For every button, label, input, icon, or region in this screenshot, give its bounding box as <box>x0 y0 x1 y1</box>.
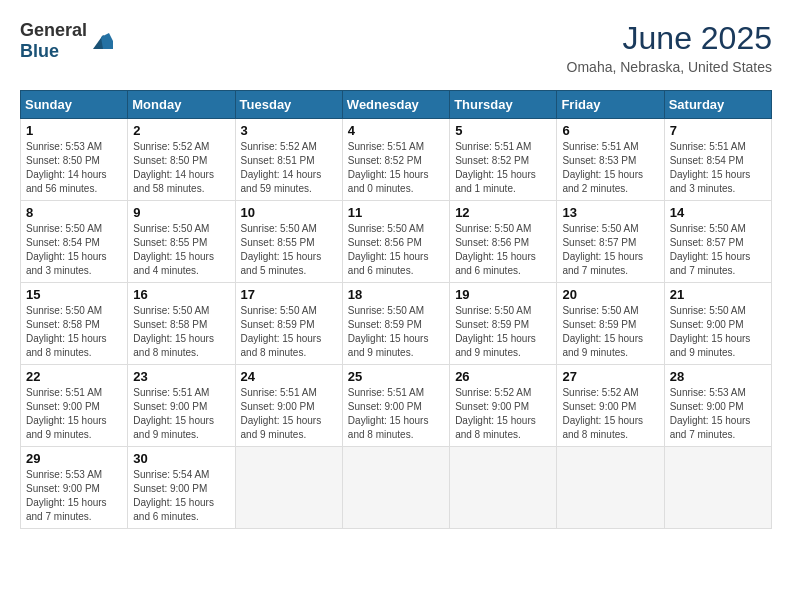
table-row: 6 Sunrise: 5:51 AMSunset: 8:53 PMDayligh… <box>557 119 664 201</box>
day-number: 24 <box>241 369 337 384</box>
day-number: 20 <box>562 287 658 302</box>
table-row: 16 Sunrise: 5:50 AMSunset: 8:58 PMDaylig… <box>128 283 235 365</box>
table-row <box>450 447 557 529</box>
calendar-week-row: 8 Sunrise: 5:50 AMSunset: 8:54 PMDayligh… <box>21 201 772 283</box>
logo-general: General <box>20 20 87 40</box>
day-info: Sunrise: 5:54 AMSunset: 9:00 PMDaylight:… <box>133 469 214 522</box>
day-info: Sunrise: 5:51 AMSunset: 9:00 PMDaylight:… <box>348 387 429 440</box>
day-number: 8 <box>26 205 122 220</box>
day-number: 14 <box>670 205 766 220</box>
day-info: Sunrise: 5:50 AMSunset: 8:59 PMDaylight:… <box>455 305 536 358</box>
day-info: Sunrise: 5:50 AMSunset: 8:59 PMDaylight:… <box>348 305 429 358</box>
logo-icon <box>89 29 113 53</box>
table-row: 12 Sunrise: 5:50 AMSunset: 8:56 PMDaylig… <box>450 201 557 283</box>
day-info: Sunrise: 5:50 AMSunset: 8:55 PMDaylight:… <box>133 223 214 276</box>
day-number: 2 <box>133 123 229 138</box>
day-info: Sunrise: 5:53 AMSunset: 9:00 PMDaylight:… <box>670 387 751 440</box>
day-number: 3 <box>241 123 337 138</box>
month-title: June 2025 <box>567 20 772 57</box>
table-row: 29 Sunrise: 5:53 AMSunset: 9:00 PMDaylig… <box>21 447 128 529</box>
table-row: 7 Sunrise: 5:51 AMSunset: 8:54 PMDayligh… <box>664 119 771 201</box>
day-number: 7 <box>670 123 766 138</box>
day-info: Sunrise: 5:51 AMSunset: 8:53 PMDaylight:… <box>562 141 643 194</box>
table-row <box>235 447 342 529</box>
day-number: 15 <box>26 287 122 302</box>
day-number: 9 <box>133 205 229 220</box>
table-row: 8 Sunrise: 5:50 AMSunset: 8:54 PMDayligh… <box>21 201 128 283</box>
day-number: 30 <box>133 451 229 466</box>
header-saturday: Saturday <box>664 91 771 119</box>
day-info: Sunrise: 5:50 AMSunset: 8:59 PMDaylight:… <box>562 305 643 358</box>
header-monday: Monday <box>128 91 235 119</box>
table-row: 23 Sunrise: 5:51 AMSunset: 9:00 PMDaylig… <box>128 365 235 447</box>
table-row <box>557 447 664 529</box>
page-header: General Blue June 2025 Omaha, Nebraska, … <box>20 20 772 75</box>
day-info: Sunrise: 5:51 AMSunset: 9:00 PMDaylight:… <box>133 387 214 440</box>
table-row: 18 Sunrise: 5:50 AMSunset: 8:59 PMDaylig… <box>342 283 449 365</box>
calendar-week-row: 15 Sunrise: 5:50 AMSunset: 8:58 PMDaylig… <box>21 283 772 365</box>
table-row: 19 Sunrise: 5:50 AMSunset: 8:59 PMDaylig… <box>450 283 557 365</box>
day-info: Sunrise: 5:51 AMSunset: 8:52 PMDaylight:… <box>348 141 429 194</box>
header-sunday: Sunday <box>21 91 128 119</box>
day-number: 16 <box>133 287 229 302</box>
day-number: 5 <box>455 123 551 138</box>
table-row: 24 Sunrise: 5:51 AMSunset: 9:00 PMDaylig… <box>235 365 342 447</box>
table-row: 10 Sunrise: 5:50 AMSunset: 8:55 PMDaylig… <box>235 201 342 283</box>
day-info: Sunrise: 5:52 AMSunset: 9:00 PMDaylight:… <box>562 387 643 440</box>
day-info: Sunrise: 5:50 AMSunset: 8:59 PMDaylight:… <box>241 305 322 358</box>
day-info: Sunrise: 5:52 AMSunset: 8:51 PMDaylight:… <box>241 141 322 194</box>
table-row <box>664 447 771 529</box>
day-number: 13 <box>562 205 658 220</box>
day-number: 25 <box>348 369 444 384</box>
table-row <box>342 447 449 529</box>
day-info: Sunrise: 5:50 AMSunset: 8:57 PMDaylight:… <box>562 223 643 276</box>
table-row: 11 Sunrise: 5:50 AMSunset: 8:56 PMDaylig… <box>342 201 449 283</box>
table-row: 15 Sunrise: 5:50 AMSunset: 8:58 PMDaylig… <box>21 283 128 365</box>
table-row: 2 Sunrise: 5:52 AMSunset: 8:50 PMDayligh… <box>128 119 235 201</box>
calendar-week-row: 1 Sunrise: 5:53 AMSunset: 8:50 PMDayligh… <box>21 119 772 201</box>
table-row: 25 Sunrise: 5:51 AMSunset: 9:00 PMDaylig… <box>342 365 449 447</box>
weekday-header-row: Sunday Monday Tuesday Wednesday Thursday… <box>21 91 772 119</box>
table-row: 22 Sunrise: 5:51 AMSunset: 9:00 PMDaylig… <box>21 365 128 447</box>
table-row: 1 Sunrise: 5:53 AMSunset: 8:50 PMDayligh… <box>21 119 128 201</box>
day-number: 22 <box>26 369 122 384</box>
day-number: 29 <box>26 451 122 466</box>
table-row: 13 Sunrise: 5:50 AMSunset: 8:57 PMDaylig… <box>557 201 664 283</box>
table-row: 4 Sunrise: 5:51 AMSunset: 8:52 PMDayligh… <box>342 119 449 201</box>
location: Omaha, Nebraska, United States <box>567 59 772 75</box>
header-wednesday: Wednesday <box>342 91 449 119</box>
day-number: 26 <box>455 369 551 384</box>
day-info: Sunrise: 5:50 AMSunset: 9:00 PMDaylight:… <box>670 305 751 358</box>
day-number: 4 <box>348 123 444 138</box>
day-number: 21 <box>670 287 766 302</box>
day-number: 12 <box>455 205 551 220</box>
day-number: 10 <box>241 205 337 220</box>
day-number: 19 <box>455 287 551 302</box>
table-row: 3 Sunrise: 5:52 AMSunset: 8:51 PMDayligh… <box>235 119 342 201</box>
day-info: Sunrise: 5:51 AMSunset: 9:00 PMDaylight:… <box>241 387 322 440</box>
table-row: 27 Sunrise: 5:52 AMSunset: 9:00 PMDaylig… <box>557 365 664 447</box>
day-number: 23 <box>133 369 229 384</box>
logo: General Blue <box>20 20 113 62</box>
table-row: 20 Sunrise: 5:50 AMSunset: 8:59 PMDaylig… <box>557 283 664 365</box>
table-row: 21 Sunrise: 5:50 AMSunset: 9:00 PMDaylig… <box>664 283 771 365</box>
header-tuesday: Tuesday <box>235 91 342 119</box>
table-row: 17 Sunrise: 5:50 AMSunset: 8:59 PMDaylig… <box>235 283 342 365</box>
day-number: 6 <box>562 123 658 138</box>
day-info: Sunrise: 5:52 AMSunset: 9:00 PMDaylight:… <box>455 387 536 440</box>
table-row: 26 Sunrise: 5:52 AMSunset: 9:00 PMDaylig… <box>450 365 557 447</box>
day-number: 1 <box>26 123 122 138</box>
day-info: Sunrise: 5:50 AMSunset: 8:57 PMDaylight:… <box>670 223 751 276</box>
day-info: Sunrise: 5:52 AMSunset: 8:50 PMDaylight:… <box>133 141 214 194</box>
day-number: 28 <box>670 369 766 384</box>
day-info: Sunrise: 5:50 AMSunset: 8:58 PMDaylight:… <box>133 305 214 358</box>
calendar-week-row: 29 Sunrise: 5:53 AMSunset: 9:00 PMDaylig… <box>21 447 772 529</box>
logo-blue: Blue <box>20 41 59 61</box>
calendar-table: Sunday Monday Tuesday Wednesday Thursday… <box>20 90 772 529</box>
calendar-week-row: 22 Sunrise: 5:51 AMSunset: 9:00 PMDaylig… <box>21 365 772 447</box>
day-info: Sunrise: 5:50 AMSunset: 8:56 PMDaylight:… <box>455 223 536 276</box>
day-number: 18 <box>348 287 444 302</box>
day-info: Sunrise: 5:50 AMSunset: 8:55 PMDaylight:… <box>241 223 322 276</box>
header-friday: Friday <box>557 91 664 119</box>
table-row: 30 Sunrise: 5:54 AMSunset: 9:00 PMDaylig… <box>128 447 235 529</box>
